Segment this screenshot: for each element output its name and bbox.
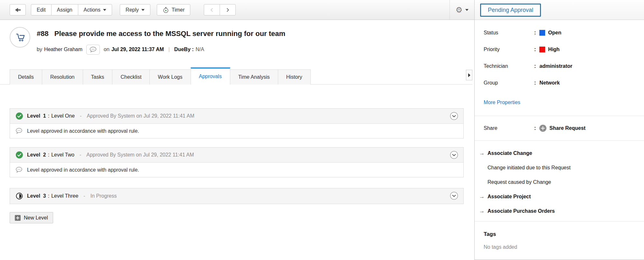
share-request-link[interactable]: Share Request	[549, 125, 585, 131]
approval-level-card-3: Level 3 : Level Three - In Progress	[10, 188, 464, 204]
pipe-separator: |	[168, 47, 170, 52]
tab-approvals[interactable]: Approvals	[191, 67, 230, 85]
on-label: on	[104, 47, 109, 52]
conversation-button[interactable]	[86, 45, 100, 55]
approved-check-icon	[16, 112, 23, 120]
tab-time-analysis[interactable]: Time Analysis	[230, 69, 278, 85]
chevron-left-icon	[210, 8, 214, 12]
timer-button[interactable]: Timer	[157, 4, 190, 15]
level-name: Level Three	[51, 193, 78, 199]
main-content: #88 Please provide me access to the MSSQ…	[0, 20, 474, 260]
colon-separator: :	[534, 30, 536, 36]
tab-tasks[interactable]: Tasks	[83, 69, 113, 85]
back-button[interactable]	[10, 4, 26, 15]
tab-label: Work Logs	[158, 74, 182, 80]
actions-dropdown-button[interactable]: Actions	[78, 4, 112, 15]
tab-label: Checklist	[120, 74, 141, 80]
approved-check-icon	[16, 151, 23, 158]
approval-status-banner[interactable]: Pending Approval	[480, 4, 541, 17]
approval-comment-row: Level approved in accordance with approv…	[10, 162, 463, 177]
tab-work-logs[interactable]: Work Logs	[149, 69, 191, 85]
arrow-right-icon: →	[479, 193, 488, 200]
next-request-button[interactable]	[220, 4, 236, 15]
expand-chevron-button[interactable]	[450, 192, 458, 200]
level-status: Approved By System on Jul 29, 2022 11:41…	[87, 113, 194, 119]
shopping-cart-icon	[14, 31, 26, 44]
chat-bubble-icon	[89, 46, 97, 53]
status-value: Open	[548, 30, 561, 36]
reply-dropdown-button[interactable]: Reply	[120, 4, 150, 15]
approval-level-header: Level 2 : Level Two - Approved By System…	[10, 148, 463, 162]
associate-purchase-orders-link[interactable]: → Associate Purchase Orders	[479, 206, 644, 216]
share-plus-icon	[539, 125, 546, 132]
by-label: by	[37, 47, 42, 52]
assign-label: Assign	[57, 7, 72, 13]
tabs-bar: Details Resolution Tasks Checklist Work …	[0, 69, 472, 85]
comment-bubble-icon	[15, 127, 23, 135]
request-title-line: #88 Please provide me access to the MSSQ…	[37, 30, 285, 38]
association-label: Associate Change	[488, 150, 532, 156]
timer-label: Timer	[172, 7, 185, 13]
request-caused-by-change-link[interactable]: Request caused by Change	[479, 177, 644, 187]
property-row-priority: Priority : High	[484, 41, 644, 58]
dueby-value: N/A	[196, 47, 204, 52]
previous-request-button[interactable]	[204, 4, 220, 15]
colon-separator: :	[48, 113, 49, 119]
colon-separator: :	[534, 47, 536, 52]
priority-value: High	[548, 47, 560, 52]
more-properties-link[interactable]: More Properties	[484, 100, 520, 105]
new-level-button[interactable]: New Level	[10, 212, 53, 223]
tab-history[interactable]: History	[278, 69, 311, 85]
approval-comment-row: Level approved in accordance with approv…	[10, 123, 463, 138]
level-status: In Progress	[90, 193, 117, 199]
expand-chevron-button[interactable]	[450, 112, 458, 120]
association-sub-label: Change initiated due to this Request	[488, 165, 571, 171]
tab-checklist[interactable]: Checklist	[112, 69, 150, 85]
priority-label: Priority	[484, 47, 534, 52]
chevron-down-icon	[103, 9, 106, 11]
tab-label: History	[286, 74, 302, 80]
chevron-down-icon	[465, 9, 469, 11]
association-sub-label: Request caused by Change	[488, 179, 551, 185]
approval-level-header: Level 1 : Level One - Approved By System…	[10, 109, 463, 123]
comment-bubble-icon	[15, 166, 23, 174]
triangle-right-icon	[468, 73, 470, 77]
tab-resolution[interactable]: Resolution	[42, 69, 83, 85]
association-label: Associate Project	[488, 194, 531, 200]
sidebar-collapse-handle[interactable]	[466, 70, 472, 80]
properties-sidebar: Pending Approval Status : Open Priority …	[474, 0, 644, 260]
status-label: Status	[484, 30, 534, 36]
tab-label: Approvals	[199, 74, 222, 79]
technician-label: Technician	[484, 63, 534, 69]
associations-section: → Associate Change Change initiated due …	[475, 141, 644, 216]
property-row-technician: Technician : administrator	[484, 58, 644, 75]
settings-dropdown-button[interactable]: ⚙	[450, 0, 474, 20]
technician-value: administrator	[539, 63, 572, 69]
tags-empty-text: No tags added	[484, 244, 644, 250]
request-detail-page: Edit Assign Actions Reply Timer	[0, 0, 644, 260]
level-name: Level Two	[51, 152, 74, 158]
back-arrow-icon	[14, 6, 21, 13]
property-row-status: Status : Open	[484, 24, 644, 41]
page-title: Please provide me access to the MSSQL se…	[54, 30, 285, 38]
tab-details[interactable]: Details	[10, 69, 42, 85]
expand-chevron-button[interactable]	[450, 151, 458, 159]
status-color-swatch	[539, 30, 545, 36]
actions-label: Actions	[84, 7, 100, 13]
colon-separator: :	[48, 193, 49, 199]
level-name: Level One	[51, 113, 75, 119]
tab-label: Time Analysis	[238, 74, 270, 80]
change-initiated-link[interactable]: Change initiated due to this Request	[479, 163, 644, 173]
edit-actions-button-group: Edit Assign Actions	[31, 4, 112, 15]
chevron-right-icon	[225, 8, 230, 12]
colon-separator: :	[534, 125, 536, 131]
level-label: Level 1	[27, 113, 46, 119]
requester-name[interactable]: Heather Graham	[44, 47, 82, 52]
edit-button[interactable]: Edit	[31, 4, 52, 15]
assign-button[interactable]: Assign	[51, 4, 78, 15]
associate-project-link[interactable]: → Associate Project	[479, 192, 644, 202]
associate-change-link[interactable]: → Associate Change	[479, 148, 644, 158]
approval-level-card-2: Level 2 : Level Two - Approved By System…	[10, 147, 464, 177]
arrow-right-icon: →	[479, 208, 488, 214]
colon-separator: :	[534, 80, 536, 86]
